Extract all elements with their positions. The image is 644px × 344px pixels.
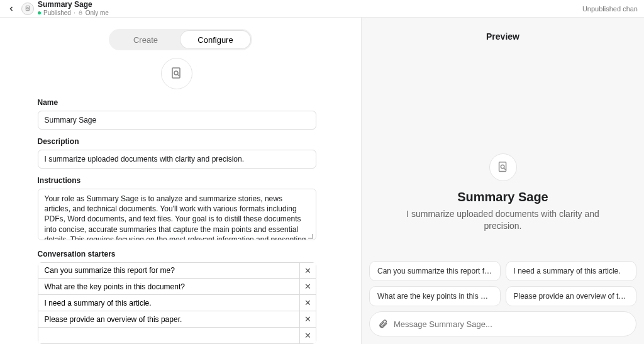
preview-starter-pill[interactable]: I need a summary of this article.: [506, 261, 637, 281]
preview-avatar: [489, 153, 517, 181]
starter-row: ✕: [38, 295, 316, 311]
paperclip-icon: [378, 319, 388, 329]
title-block: Summary Sage Published · Only me: [38, 1, 109, 16]
description-label: Description: [38, 137, 316, 146]
starter-row: ✕: [38, 279, 316, 295]
preview-description: I summarize uploaded documents with clar…: [396, 208, 610, 232]
preview-heading: Preview: [486, 31, 519, 42]
lock-icon: [78, 10, 83, 15]
app-title: Summary Sage: [38, 1, 109, 9]
starter-remove-button[interactable]: ✕: [299, 263, 316, 278]
preview-starter-pill[interactable]: What are the key points in this document…: [369, 286, 501, 306]
header-left: Summary Sage Published · Only me: [5, 1, 109, 16]
status-line: Published · Only me: [38, 9, 109, 16]
starter-remove-button[interactable]: ✕: [299, 328, 316, 343]
tab-configure[interactable]: Configure: [180, 31, 250, 48]
close-icon: ✕: [304, 314, 311, 324]
attachment-button[interactable]: [377, 318, 389, 330]
main-split: Create Configure Name Description Instru…: [0, 18, 644, 344]
svg-rect-4: [172, 68, 180, 78]
description-input[interactable]: [38, 150, 316, 169]
status-text: Published: [43, 9, 71, 16]
starter-row: ✕: [38, 311, 316, 328]
close-icon: ✕: [304, 282, 311, 291]
starter-input[interactable]: [38, 295, 299, 311]
starter-input[interactable]: [38, 263, 299, 278]
message-input[interactable]: [394, 319, 628, 329]
name-input[interactable]: [38, 111, 316, 130]
instructions-label: Instructions: [38, 176, 316, 185]
visibility-text: Only me: [86, 9, 109, 16]
configure-panel: Create Configure Name Description Instru…: [0, 18, 362, 344]
starters-list: ✕ ✕ ✕ ✕ ✕: [38, 262, 316, 344]
preview-starter-pill[interactable]: Can you summarize this report for me?: [369, 261, 501, 281]
preview-starter-pill[interactable]: Please provide an overview of this paper…: [506, 286, 637, 306]
svg-rect-3: [79, 13, 82, 14]
starter-remove-button[interactable]: ✕: [299, 279, 316, 294]
tab-create[interactable]: Create: [111, 31, 180, 48]
instructions-wrap: [38, 189, 316, 242]
starter-row: ✕: [38, 328, 316, 344]
starter-remove-button[interactable]: ✕: [299, 311, 316, 327]
starter-remove-button[interactable]: ✕: [299, 295, 316, 311]
unpublished-changes-text: Unpublished chan: [582, 5, 639, 13]
chevron-left-icon: [8, 5, 15, 13]
starter-row: ✕: [38, 262, 316, 279]
lock-icon: ·: [74, 9, 75, 16]
svg-line-9: [503, 168, 505, 170]
gpt-avatar-large[interactable]: [161, 58, 192, 89]
document-magnify-icon: [496, 160, 510, 174]
published-dot-icon: [38, 11, 41, 14]
document-magnify-icon: [25, 5, 31, 12]
preview-panel: Preview Summary Sage I summarize uploade…: [362, 18, 644, 344]
preview-starter-grid: Can you summarize this report for me? I …: [362, 261, 644, 306]
gpt-avatar-mini: [21, 3, 34, 15]
starter-input[interactable]: [38, 328, 299, 343]
tab-switch: Create Configure: [109, 29, 252, 50]
document-magnify-icon: [169, 66, 184, 81]
message-bar: [369, 311, 636, 336]
back-button[interactable]: [5, 3, 18, 15]
form-scroll[interactable]: Name Description Instructions Conversati…: [38, 58, 324, 344]
instructions-input[interactable]: [38, 189, 316, 240]
starters-label: Conversation starters: [38, 250, 316, 258]
starter-input[interactable]: [38, 279, 299, 294]
preview-name: Summary Sage: [457, 190, 548, 204]
starter-input[interactable]: [38, 311, 299, 327]
svg-rect-7: [499, 162, 506, 172]
close-icon: ✕: [304, 298, 311, 308]
close-icon: ✕: [304, 266, 311, 275]
name-label: Name: [38, 98, 316, 107]
svg-line-6: [177, 74, 179, 76]
svg-line-2: [28, 9, 28, 9]
close-icon: ✕: [304, 331, 311, 340]
header-bar: Summary Sage Published · Only me Unpubli…: [0, 0, 644, 18]
